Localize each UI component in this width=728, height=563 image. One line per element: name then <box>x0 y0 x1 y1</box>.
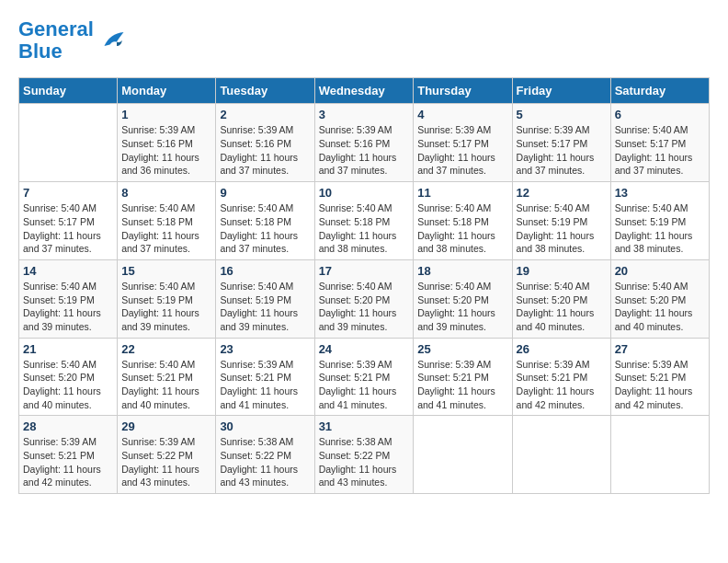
day-number: 2 <box>220 108 310 121</box>
calendar-cell: 9Sunrise: 5:40 AMSunset: 5:18 PMDaylight… <box>216 182 314 260</box>
day-number: 12 <box>517 186 607 200</box>
day-number: 25 <box>417 342 507 356</box>
day-number: 29 <box>121 419 211 433</box>
calendar-cell: 11Sunrise: 5:40 AMSunset: 5:18 PMDayligh… <box>414 182 512 260</box>
day-header-thursday: Thursday <box>414 78 512 104</box>
day-info: Sunrise: 5:39 AMSunset: 5:21 PMDaylight:… <box>220 358 310 412</box>
day-info: Sunrise: 5:39 AMSunset: 5:17 PMDaylight:… <box>517 123 607 178</box>
day-header-sunday: Sunday <box>19 78 118 104</box>
calendar-cell: 18Sunrise: 5:40 AMSunset: 5:20 PMDayligh… <box>414 259 512 338</box>
day-header-wednesday: Wednesday <box>314 78 414 104</box>
calendar-header-row: SundayMondayTuesdayWednesdayThursdayFrid… <box>19 78 710 104</box>
day-number: 17 <box>319 264 410 278</box>
day-header-saturday: Saturday <box>610 78 709 104</box>
calendar-cell: 23Sunrise: 5:39 AMSunset: 5:21 PMDayligh… <box>216 338 314 416</box>
calendar-cell: 17Sunrise: 5:40 AMSunset: 5:20 PMDayligh… <box>314 259 414 338</box>
calendar-cell: 19Sunrise: 5:40 AMSunset: 5:20 PMDayligh… <box>512 259 610 338</box>
day-info: Sunrise: 5:40 AMSunset: 5:20 PMDaylight:… <box>319 280 410 334</box>
calendar-week-row: 14Sunrise: 5:40 AMSunset: 5:19 PMDayligh… <box>19 259 710 338</box>
day-header-tuesday: Tuesday <box>216 78 314 104</box>
day-header-friday: Friday <box>512 78 610 104</box>
day-info: Sunrise: 5:40 AMSunset: 5:21 PMDaylight:… <box>121 358 211 412</box>
calendar-cell: 15Sunrise: 5:40 AMSunset: 5:19 PMDayligh… <box>118 259 216 338</box>
day-info: Sunrise: 5:40 AMSunset: 5:19 PMDaylight:… <box>615 201 705 256</box>
calendar-cell: 26Sunrise: 5:39 AMSunset: 5:21 PMDayligh… <box>512 338 610 416</box>
day-number: 14 <box>23 264 113 278</box>
calendar-cell: 2Sunrise: 5:39 AMSunset: 5:16 PMDaylight… <box>216 104 314 182</box>
day-info: Sunrise: 5:40 AMSunset: 5:19 PMDaylight:… <box>23 280 113 334</box>
calendar-cell: 8Sunrise: 5:40 AMSunset: 5:18 PMDaylight… <box>118 182 216 260</box>
day-number: 24 <box>319 342 410 356</box>
day-number: 8 <box>121 186 211 200</box>
day-number: 20 <box>615 264 705 278</box>
calendar-cell: 25Sunrise: 5:39 AMSunset: 5:21 PMDayligh… <box>414 338 512 416</box>
day-number: 23 <box>220 342 310 356</box>
day-info: Sunrise: 5:40 AMSunset: 5:18 PMDaylight:… <box>417 201 507 256</box>
calendar-cell: 31Sunrise: 5:38 AMSunset: 5:22 PMDayligh… <box>314 416 414 494</box>
day-info: Sunrise: 5:39 AMSunset: 5:17 PMDaylight:… <box>417 123 507 178</box>
calendar-cell: 7Sunrise: 5:40 AMSunset: 5:17 PMDaylight… <box>19 182 118 260</box>
logo: General Blue <box>18 18 125 63</box>
day-info: Sunrise: 5:39 AMSunset: 5:21 PMDaylight:… <box>23 435 113 489</box>
calendar-cell: 27Sunrise: 5:39 AMSunset: 5:21 PMDayligh… <box>610 338 709 416</box>
calendar-table: SundayMondayTuesdayWednesdayThursdayFrid… <box>18 77 710 494</box>
calendar-cell <box>19 104 118 182</box>
day-number: 11 <box>417 186 507 200</box>
day-info: Sunrise: 5:40 AMSunset: 5:20 PMDaylight:… <box>615 280 705 334</box>
calendar-cell <box>512 416 610 494</box>
calendar-week-row: 28Sunrise: 5:39 AMSunset: 5:21 PMDayligh… <box>19 416 710 494</box>
day-info: Sunrise: 5:39 AMSunset: 5:16 PMDaylight:… <box>121 123 211 178</box>
day-info: Sunrise: 5:40 AMSunset: 5:17 PMDaylight:… <box>23 201 113 256</box>
day-number: 3 <box>319 108 410 121</box>
calendar-cell: 12Sunrise: 5:40 AMSunset: 5:19 PMDayligh… <box>512 182 610 260</box>
day-info: Sunrise: 5:40 AMSunset: 5:19 PMDaylight:… <box>220 280 310 334</box>
day-info: Sunrise: 5:39 AMSunset: 5:16 PMDaylight:… <box>220 123 310 178</box>
calendar-cell: 16Sunrise: 5:40 AMSunset: 5:19 PMDayligh… <box>216 259 314 338</box>
day-number: 7 <box>23 186 113 200</box>
day-info: Sunrise: 5:39 AMSunset: 5:21 PMDaylight:… <box>319 358 410 412</box>
day-info: Sunrise: 5:38 AMSunset: 5:22 PMDaylight:… <box>319 435 410 489</box>
day-number: 30 <box>220 419 310 433</box>
day-number: 13 <box>615 186 705 200</box>
day-number: 6 <box>615 108 705 121</box>
calendar-cell: 1Sunrise: 5:39 AMSunset: 5:16 PMDaylight… <box>118 104 216 182</box>
calendar-week-row: 21Sunrise: 5:40 AMSunset: 5:20 PMDayligh… <box>19 338 710 416</box>
calendar-body: 1Sunrise: 5:39 AMSunset: 5:16 PMDaylight… <box>19 104 710 494</box>
day-info: Sunrise: 5:40 AMSunset: 5:19 PMDaylight:… <box>121 280 211 334</box>
logo-text: General Blue <box>18 18 94 63</box>
calendar-cell: 30Sunrise: 5:38 AMSunset: 5:22 PMDayligh… <box>216 416 314 494</box>
calendar-cell: 5Sunrise: 5:39 AMSunset: 5:17 PMDaylight… <box>512 104 610 182</box>
day-number: 15 <box>121 264 211 278</box>
day-number: 10 <box>319 186 410 200</box>
page-header: General Blue <box>18 18 710 63</box>
calendar-cell: 28Sunrise: 5:39 AMSunset: 5:21 PMDayligh… <box>19 416 118 494</box>
day-info: Sunrise: 5:40 AMSunset: 5:17 PMDaylight:… <box>615 123 705 178</box>
calendar-cell: 22Sunrise: 5:40 AMSunset: 5:21 PMDayligh… <box>118 338 216 416</box>
day-info: Sunrise: 5:40 AMSunset: 5:18 PMDaylight:… <box>121 201 211 256</box>
day-number: 9 <box>220 186 310 200</box>
day-info: Sunrise: 5:39 AMSunset: 5:16 PMDaylight:… <box>319 123 410 178</box>
day-number: 27 <box>615 342 705 356</box>
calendar-week-row: 7Sunrise: 5:40 AMSunset: 5:17 PMDaylight… <box>19 182 710 260</box>
day-info: Sunrise: 5:40 AMSunset: 5:18 PMDaylight:… <box>319 201 410 256</box>
calendar-cell: 21Sunrise: 5:40 AMSunset: 5:20 PMDayligh… <box>19 338 118 416</box>
calendar-cell: 29Sunrise: 5:39 AMSunset: 5:22 PMDayligh… <box>118 416 216 494</box>
day-number: 19 <box>517 264 607 278</box>
day-info: Sunrise: 5:40 AMSunset: 5:20 PMDaylight:… <box>23 358 113 412</box>
day-info: Sunrise: 5:38 AMSunset: 5:22 PMDaylight:… <box>220 435 310 489</box>
day-header-monday: Monday <box>118 78 216 104</box>
calendar-cell: 6Sunrise: 5:40 AMSunset: 5:17 PMDaylight… <box>610 104 709 182</box>
day-number: 21 <box>23 342 113 356</box>
day-info: Sunrise: 5:40 AMSunset: 5:20 PMDaylight:… <box>417 280 507 334</box>
calendar-week-row: 1Sunrise: 5:39 AMSunset: 5:16 PMDaylight… <box>19 104 710 182</box>
day-number: 16 <box>220 264 310 278</box>
calendar-cell: 3Sunrise: 5:39 AMSunset: 5:16 PMDaylight… <box>314 104 414 182</box>
day-number: 31 <box>319 419 410 433</box>
day-info: Sunrise: 5:39 AMSunset: 5:21 PMDaylight:… <box>517 358 607 412</box>
calendar-cell: 24Sunrise: 5:39 AMSunset: 5:21 PMDayligh… <box>314 338 414 416</box>
day-info: Sunrise: 5:40 AMSunset: 5:18 PMDaylight:… <box>220 201 310 256</box>
day-info: Sunrise: 5:39 AMSunset: 5:21 PMDaylight:… <box>417 358 507 412</box>
calendar-cell: 14Sunrise: 5:40 AMSunset: 5:19 PMDayligh… <box>19 259 118 338</box>
calendar-cell: 10Sunrise: 5:40 AMSunset: 5:18 PMDayligh… <box>314 182 414 260</box>
day-number: 1 <box>121 108 211 121</box>
